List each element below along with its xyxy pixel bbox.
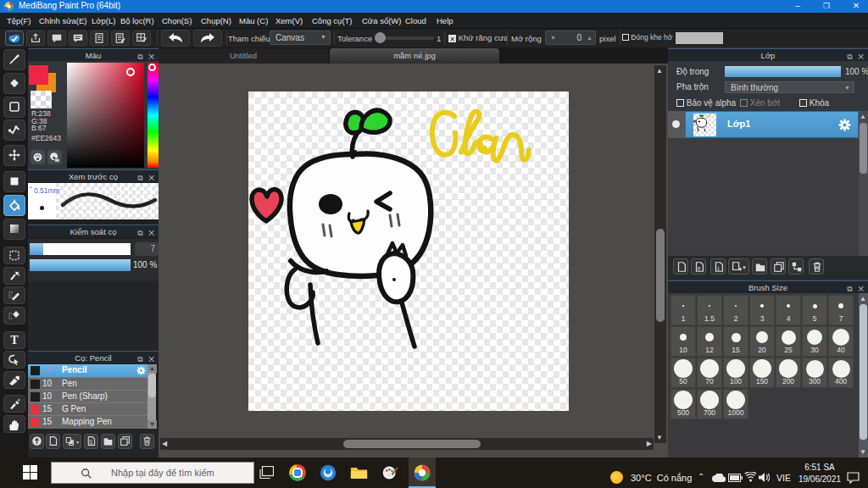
svg-text:8: 8 bbox=[698, 265, 701, 271]
svg-text:S: S bbox=[89, 439, 93, 445]
svg-text:1: 1 bbox=[717, 265, 721, 271]
